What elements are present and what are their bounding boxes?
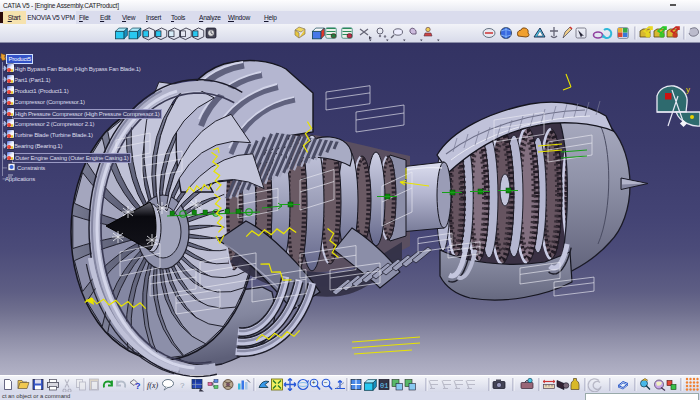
svg-text:?: ? xyxy=(180,381,185,390)
svg-text:01: 01 xyxy=(380,382,388,390)
svg-text:+: + xyxy=(312,379,316,386)
svg-text:?: ? xyxy=(135,381,141,391)
svg-text:−: − xyxy=(324,379,328,386)
svg-text:f(x): f(x) xyxy=(147,381,158,390)
